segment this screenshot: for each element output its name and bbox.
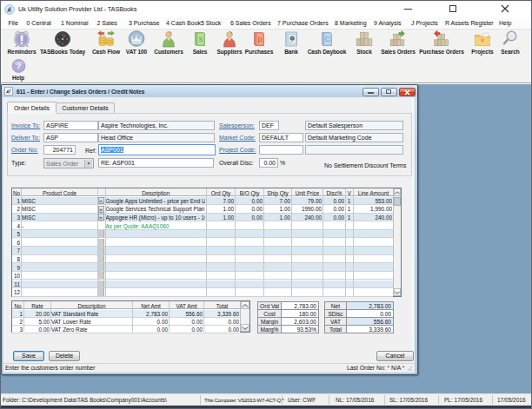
svg-text:p: p (257, 35, 262, 43)
svg-text:?: ? (16, 61, 21, 70)
svg-text:*: * (481, 36, 485, 49)
svg-text:C: C (325, 35, 331, 43)
svg-text:s: s (199, 35, 203, 43)
